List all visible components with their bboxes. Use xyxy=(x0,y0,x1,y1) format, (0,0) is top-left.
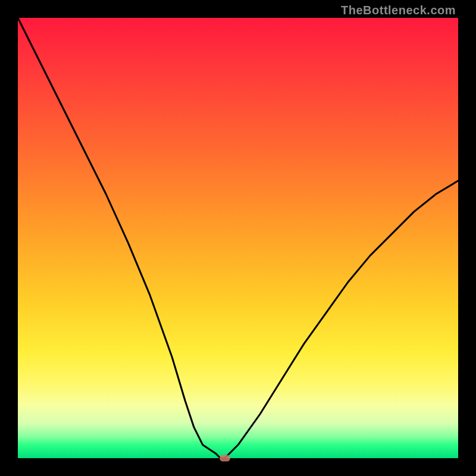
bottleneck-curve xyxy=(18,18,458,458)
plot-area xyxy=(18,18,458,458)
chart-frame: TheBottleneck.com xyxy=(0,0,476,476)
watermark-label: TheBottleneck.com xyxy=(341,4,456,17)
optimal-marker xyxy=(220,455,230,462)
